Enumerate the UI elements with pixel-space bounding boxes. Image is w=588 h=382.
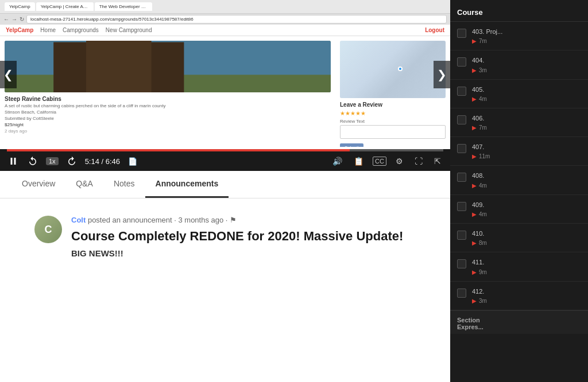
tab-announcements[interactable]: Announcements xyxy=(145,171,229,198)
browser-tab-1[interactable]: YelpCamp xyxy=(5,2,35,11)
sidebar-item-meta-412: ▶ 3m xyxy=(472,298,581,304)
prev-arrow[interactable]: ❮ xyxy=(0,61,17,88)
duration-403: 7m xyxy=(479,38,487,44)
speed-badge[interactable]: 1x xyxy=(46,157,59,165)
volume-icon[interactable]: 🔊 xyxy=(330,155,345,167)
nav-new[interactable]: New Campground xyxy=(106,27,152,33)
sidebar-item-title-407: 407. xyxy=(472,143,581,151)
sidebar-item-title-412: 412. xyxy=(472,287,581,295)
sidebar-item-411[interactable]: 411. ▶ 9m xyxy=(450,252,588,281)
browser-tabs-bar: YelpCamp YelpCamp | Create A Campgr... T… xyxy=(0,0,450,14)
sidebar-item-404[interactable]: 404. ▶ 3m xyxy=(450,50,588,79)
sidebar-item-title-405: 405. xyxy=(472,85,581,93)
refresh-btn[interactable]: ↻ xyxy=(20,16,24,22)
duration-411: 9m xyxy=(479,269,487,275)
author-link[interactable]: Colt xyxy=(71,216,86,224)
browser-tab-2[interactable]: YelpCamp | Create A Campgr... xyxy=(36,2,94,11)
video-section: ❮ YelpCamp YelpCamp | Create A Campgr...… xyxy=(0,0,450,382)
video-controls: 1x 5:14 / 6:46 📄 🔊 📋 CC ⚙ ⛶ xyxy=(0,149,450,171)
sidebar: Course 403. Proj... ▶ 7m 404. ▶ 3m xyxy=(450,0,588,382)
play-icon-405: ▶ xyxy=(472,96,477,102)
sidebar-item-408[interactable]: 408. ▶ 4m xyxy=(450,166,588,194)
svg-rect-1 xyxy=(14,158,16,165)
sidebar-checkbox-408[interactable] xyxy=(457,173,466,182)
sidebar-item-meta-411: ▶ 9m xyxy=(472,269,581,275)
tab-qa[interactable]: Q&A xyxy=(65,171,103,198)
map-container xyxy=(340,41,446,98)
sidebar-header: Course xyxy=(450,0,588,22)
submit-review-btn[interactable]: Submit xyxy=(340,143,363,147)
post-subtitle: BIG NEWS!!! xyxy=(71,248,416,258)
next-arrow[interactable]: ❯ xyxy=(434,61,450,88)
share-icon[interactable]: ⇱ xyxy=(432,155,443,167)
sidebar-item-403[interactable]: 403. Proj... ▶ 7m xyxy=(450,22,588,50)
sidebar-checkbox-410[interactable] xyxy=(457,231,466,240)
camp-location: Stinson Beach, California xyxy=(5,110,331,115)
settings-icon[interactable]: ⚙ xyxy=(393,155,405,167)
sidebar-item-406[interactable]: 406. ▶ 7m xyxy=(450,108,588,137)
nav-campgrounds[interactable]: Campgrounds xyxy=(63,27,99,33)
tab-notes[interactable]: Notes xyxy=(103,171,145,198)
campground-right: Leave a Review ★★★★★ Review Text Submit … xyxy=(335,36,450,147)
sidebar-item-content-408: 408. ▶ 4m xyxy=(472,171,581,188)
transcript-btn[interactable]: 📄 xyxy=(127,156,138,167)
controls-row: 1x 5:14 / 6:46 📄 🔊 📋 CC ⚙ ⛶ xyxy=(7,151,443,171)
camp-time: 2 days ago xyxy=(5,128,331,134)
play-icon-412: ▶ xyxy=(472,298,477,304)
tab-overview[interactable]: Overview xyxy=(11,171,65,198)
play-icon-410: ▶ xyxy=(472,240,477,246)
sidebar-checkbox-406[interactable] xyxy=(457,115,466,124)
flag-icon[interactable]: ⚑ xyxy=(230,216,237,224)
map-pin xyxy=(398,67,403,71)
sidebar-item-content-407: 407. ▶ 11m xyxy=(472,143,581,159)
forward-btn[interactable]: → xyxy=(11,16,17,22)
review-input[interactable] xyxy=(340,125,446,139)
sidebar-item-407[interactable]: 407. ▶ 11m xyxy=(450,137,588,166)
cc-icon[interactable]: CC xyxy=(373,157,386,166)
sidebar-checkbox-404[interactable] xyxy=(457,57,466,67)
play-pause-btn[interactable] xyxy=(7,155,20,167)
logout-btn[interactable]: Logout xyxy=(425,27,444,33)
sidebar-checkbox-407[interactable] xyxy=(457,144,466,153)
tabs-row: Overview Q&A Notes Announcements xyxy=(11,171,439,198)
sidebar-item-meta-410: ▶ 8m xyxy=(472,240,581,246)
sidebar-checkbox-403[interactable] xyxy=(457,29,466,38)
sidebar-item-409[interactable]: 409. ▶ 4m xyxy=(450,195,588,224)
fullscreen-icon[interactable]: ⛶ xyxy=(412,155,425,167)
duration-404: 3m xyxy=(479,67,487,73)
sidebar-item-meta-405: ▶ 4m xyxy=(472,96,581,102)
rewind-icon xyxy=(28,156,38,166)
camp-desc: A set of rustic but charming cabins perc… xyxy=(5,103,331,108)
browser-content: YelpCamp Home Campgrounds New Campground… xyxy=(0,25,450,149)
sidebar-item-410[interactable]: 410. ▶ 8m xyxy=(450,224,588,252)
fast-forward-icon xyxy=(67,156,77,166)
duration-408: 4m xyxy=(479,182,487,189)
duration-410: 8m xyxy=(479,240,487,246)
sidebar-checkbox-412[interactable] xyxy=(457,289,466,298)
sidebar-item-405[interactable]: 405. ▶ 4m xyxy=(450,80,588,108)
sidebar-item-meta-407: ▶ 11m xyxy=(472,153,581,159)
sidebar-item-content-403: 403. Proj... ▶ 7m xyxy=(472,28,581,44)
notes-icon[interactable]: 📋 xyxy=(351,155,366,167)
sidebar-item-412[interactable]: 412. ▶ 3m xyxy=(450,282,588,310)
url-bar[interactable] xyxy=(26,15,447,24)
sidebar-checkbox-409[interactable] xyxy=(457,202,466,211)
browser-nav-bar: ← → ↻ xyxy=(0,14,450,25)
browser-tab-3[interactable]: The Web Developer Bootcamp... xyxy=(95,2,152,11)
sidebar-checkbox-411[interactable] xyxy=(457,259,466,268)
fast-forward-btn[interactable] xyxy=(65,155,78,167)
campground-content: Steep Ravine Cabins A set of rustic but … xyxy=(0,36,450,147)
rewind-btn[interactable] xyxy=(26,155,39,167)
back-btn[interactable]: ← xyxy=(3,16,9,22)
sidebar-checkbox-405[interactable] xyxy=(457,87,466,96)
review-stars[interactable]: ★★★★★ xyxy=(340,110,446,116)
sidebar-item-title-410: 410. xyxy=(472,229,581,237)
sidebar-item-meta-404: ▶ 3m xyxy=(472,67,581,73)
play-icon-411: ▶ xyxy=(472,269,477,275)
duration-406: 7m xyxy=(479,124,487,131)
post-meta-text: posted an announcement · 3 months ago · xyxy=(88,216,228,224)
sidebar-section-header: SectionExpres... xyxy=(450,310,588,334)
svg-rect-0 xyxy=(11,158,13,165)
nav-home[interactable]: Home xyxy=(40,27,56,33)
play-icon-408: ▶ xyxy=(472,182,477,189)
